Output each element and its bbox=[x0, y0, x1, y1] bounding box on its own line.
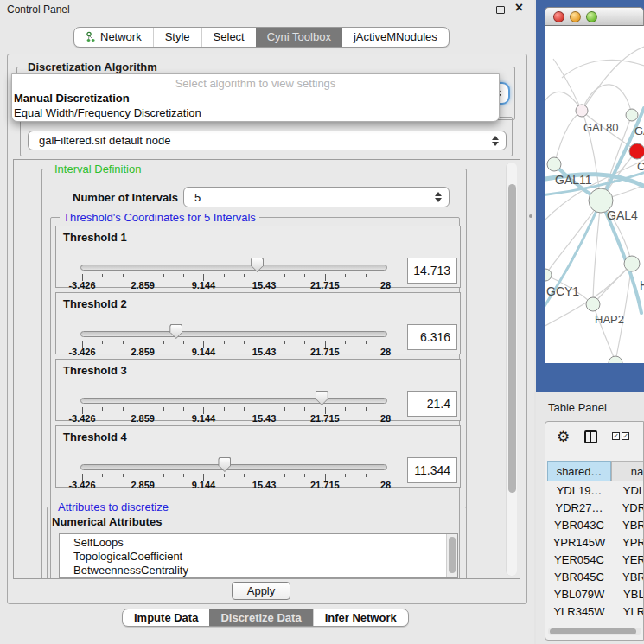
threshold-value-box[interactable]: 14.713 bbox=[407, 258, 457, 284]
table-row[interactable]: YPR145WYPR1 bbox=[547, 533, 644, 551]
network-node[interactable] bbox=[576, 105, 588, 117]
tab-discretize-data[interactable]: Discretize Data bbox=[209, 609, 312, 626]
slider-track[interactable] bbox=[80, 464, 387, 470]
table-hscrollbar[interactable] bbox=[548, 628, 641, 635]
table-row[interactable]: YBR045CYBR0 bbox=[547, 568, 644, 585]
attribute-item[interactable]: SelfLoops bbox=[60, 536, 457, 550]
float-window-icon[interactable] bbox=[496, 6, 505, 14]
cell-name[interactable]: YDL1 bbox=[611, 481, 644, 499]
tick-mark bbox=[183, 407, 184, 411]
attributes-scrollbar[interactable] bbox=[446, 534, 457, 577]
network-node[interactable] bbox=[629, 143, 644, 159]
cell-name[interactable]: YDR2 bbox=[611, 499, 644, 516]
cell-name[interactable]: YLR3 bbox=[611, 603, 644, 620]
table-row[interactable]: YBL079WYBL0 bbox=[547, 585, 644, 603]
column-browser-icon[interactable] bbox=[584, 430, 597, 443]
attribute-items: SelfLoopsTopologicalCoefficientBetweenne… bbox=[60, 534, 457, 577]
network-node[interactable] bbox=[545, 269, 552, 281]
tab-impute-data[interactable]: Impute Data bbox=[123, 609, 209, 626]
cell-shared-name[interactable]: YDL19… bbox=[547, 481, 611, 499]
tab-jactivemnodules-label: jActiveMNodules bbox=[354, 28, 437, 47]
apply-button[interactable]: Apply bbox=[232, 582, 290, 600]
cell-name[interactable]: YIL0 bbox=[611, 620, 644, 622]
minimize-traffic-light[interactable] bbox=[570, 11, 581, 22]
threshold-value-box[interactable]: 21.4 bbox=[407, 391, 457, 417]
network-node[interactable] bbox=[609, 356, 622, 363]
network-node-label: GA bbox=[634, 124, 644, 137]
attribute-item[interactable]: BetweennessCentrality bbox=[60, 564, 457, 577]
popup-item[interactable]: Equal Width/Frequency Discretization bbox=[12, 105, 499, 120]
table-row[interactable]: YDR27…YDR2 bbox=[547, 499, 644, 516]
cell-name[interactable]: YER0 bbox=[611, 551, 644, 568]
network-window-titlebar[interactable] bbox=[545, 7, 644, 26]
numerical-attributes-list[interactable]: SelfLoopsTopologicalCoefficientBetweenne… bbox=[59, 533, 458, 578]
slider-track[interactable] bbox=[80, 331, 387, 337]
scale-label: 21.715 bbox=[310, 280, 340, 290]
checkbox-icons[interactable]: ✓ ✓ bbox=[612, 432, 629, 440]
close-traffic-light[interactable] bbox=[553, 11, 564, 22]
number-of-intervals-combo[interactable]: 5 bbox=[183, 187, 450, 207]
network-node[interactable] bbox=[624, 256, 640, 271]
attributes-scrollbar-thumb[interactable] bbox=[449, 537, 456, 573]
tab-jactivemnodules[interactable]: jActiveMNodules bbox=[342, 28, 449, 47]
cell-name[interactable]: YPR1 bbox=[611, 533, 644, 551]
gear-icon[interactable]: ⚙ bbox=[557, 428, 570, 446]
tab-network[interactable]: Network bbox=[74, 28, 153, 47]
network-node-label: HAP2 bbox=[595, 313, 624, 326]
network-node[interactable] bbox=[547, 157, 561, 171]
tab-infer-network-label: Infer Network bbox=[325, 609, 397, 627]
zoom-traffic-light[interactable] bbox=[586, 11, 597, 22]
cell-name[interactable]: YBL0 bbox=[611, 585, 644, 603]
settings-scrollbar-thumb[interactable] bbox=[508, 184, 516, 493]
cell-name[interactable]: YBR0 bbox=[611, 568, 644, 585]
scale-label: 15.43 bbox=[252, 347, 277, 357]
tab-style[interactable]: Style bbox=[153, 28, 201, 47]
checkbox-icon[interactable]: ✓ bbox=[612, 432, 620, 440]
table-row[interactable]: YLR345WYLR3 bbox=[547, 603, 644, 620]
network-canvas[interactable]: GAL80GACGAL11GAL4GCY1HHAP2 bbox=[545, 26, 644, 363]
checkbox-icon[interactable]: ✓ bbox=[622, 432, 629, 440]
threshold-value-box[interactable]: 6.316 bbox=[407, 324, 457, 350]
combo-spinner-icon bbox=[435, 192, 442, 202]
cell-shared-name[interactable]: YDR27… bbox=[547, 499, 611, 516]
top-tabbar: Network Style Select Cyni Toolbox jActiv… bbox=[73, 27, 450, 48]
column-header-name[interactable]: na bbox=[611, 461, 644, 481]
settings-scrollbar[interactable] bbox=[506, 163, 517, 576]
cell-shared-name[interactable]: YBR043C bbox=[547, 516, 611, 533]
tick-mark bbox=[183, 274, 184, 277]
network-node[interactable] bbox=[586, 297, 600, 311]
tick-mark bbox=[304, 407, 305, 411]
cell-shared-name[interactable]: YER054C bbox=[547, 551, 611, 568]
tab-select-label: Select bbox=[214, 28, 245, 47]
scale-label: 2.859 bbox=[131, 347, 155, 357]
tab-infer-network[interactable]: Infer Network bbox=[313, 609, 408, 626]
table-row[interactable]: YDL19…YDL1 bbox=[547, 481, 644, 499]
tab-select[interactable]: Select bbox=[201, 28, 256, 47]
table-data-combo[interactable]: galFiltered.sif default node bbox=[28, 131, 507, 150]
panel-splitter[interactable] bbox=[532, 0, 532, 644]
column-header-shared[interactable]: shared… bbox=[547, 461, 611, 481]
table-hscrollbar-thumb[interactable] bbox=[550, 628, 636, 634]
slider-track[interactable] bbox=[80, 265, 387, 271]
cell-shared-name[interactable]: YBR045C bbox=[547, 568, 611, 585]
table-row[interactable]: YBR043CYBR0 bbox=[547, 516, 644, 533]
popup-item[interactable]: Manual Discretization bbox=[12, 91, 499, 105]
close-icon[interactable]: × bbox=[515, 0, 523, 16]
slider-track[interactable] bbox=[80, 398, 387, 404]
table-row[interactable]: YIL052CYIL0 bbox=[547, 620, 644, 622]
threshold-value-box[interactable]: 11.344 bbox=[407, 457, 457, 483]
attribute-item[interactable]: TopologicalCoefficient bbox=[60, 550, 457, 564]
control-panel: Control Panel × Network Style Select Cyn… bbox=[0, 0, 534, 644]
table-row[interactable]: YER054CYER0 bbox=[547, 551, 644, 568]
cell-shared-name[interactable]: YPR145W bbox=[547, 533, 611, 551]
network-node-label: GAL11 bbox=[555, 173, 592, 187]
tab-cyni-toolbox[interactable]: Cyni Toolbox bbox=[256, 28, 342, 47]
popup-item-list: Manual DiscretizationEqual Width/Frequen… bbox=[12, 91, 499, 120]
scale-label: 28 bbox=[380, 280, 391, 290]
network-node[interactable] bbox=[626, 109, 638, 121]
cell-shared-name[interactable]: YLR345W bbox=[547, 603, 611, 620]
cell-shared-name[interactable]: YBL079W bbox=[547, 585, 611, 603]
cell-name[interactable]: YBR0 bbox=[611, 516, 644, 533]
cell-shared-name[interactable]: YIL052C bbox=[547, 620, 611, 622]
splitter-handle[interactable] bbox=[529, 214, 532, 218]
